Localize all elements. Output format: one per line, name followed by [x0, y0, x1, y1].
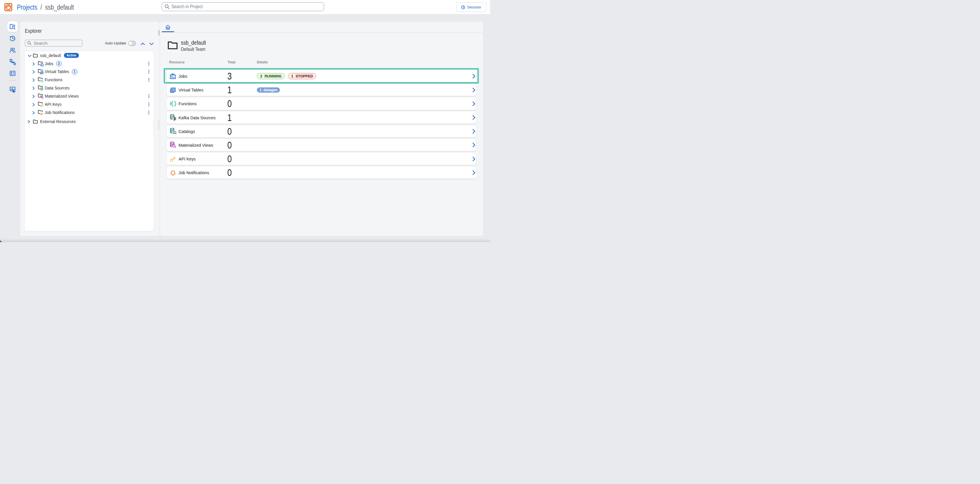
svg-text:f: f [170, 101, 172, 107]
svg-text:f(): f() [40, 79, 43, 83]
